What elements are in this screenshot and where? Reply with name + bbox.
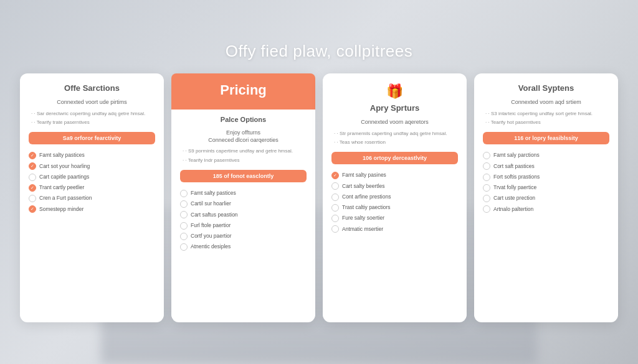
bullet-item: · Tearify Indr paserntives bbox=[183, 157, 307, 165]
card-bullets: · Sar derectwric coperting undfay adq ge… bbox=[29, 110, 155, 128]
circle-icon bbox=[331, 194, 339, 201]
card-bullets: · S9 pormints capertime undfay and getre… bbox=[180, 147, 307, 165]
feature-label: Famt salty pastices bbox=[191, 189, 236, 198]
circle-icon bbox=[29, 174, 36, 181]
card-description: Enjoy offturnsConneced dlcori oarqerotie… bbox=[180, 129, 307, 144]
feature-label: Cren a Furt passertion bbox=[39, 194, 92, 203]
circle-icon bbox=[29, 195, 36, 202]
circle-icon bbox=[331, 215, 339, 222]
bullet-item: · S3 intarteic coperting undfay sort get… bbox=[485, 110, 609, 118]
feature-item: Famt salty pastices bbox=[180, 189, 307, 198]
card-description: Connexted voom aqd srtiem bbox=[483, 99, 609, 106]
feature-label: Artnalo paltertion bbox=[493, 205, 533, 214]
feature-label: Cortf you paertior bbox=[191, 231, 232, 241]
feature-item: Trast caltiy paectiors bbox=[331, 203, 458, 212]
feature-item: Cren a Furt passertion bbox=[29, 194, 155, 203]
circle-icon bbox=[483, 205, 490, 213]
feature-item: Fure salty soertier bbox=[331, 213, 458, 223]
card-plan-title: Apry Sprturs bbox=[331, 103, 458, 113]
feature-item: ✓Trant cartly peetlier bbox=[29, 183, 155, 192]
feature-label: Cont arfine prestions bbox=[342, 192, 391, 202]
card-description: Connexted voort ude pirtims bbox=[29, 99, 155, 106]
circle-icon bbox=[180, 190, 188, 197]
pricing-card-1: Offe Sarctions Connexted voort ude pirti… bbox=[20, 73, 164, 322]
feature-item: Artnalo paltertion bbox=[483, 205, 609, 214]
feature-label: Famt salty pastices bbox=[39, 151, 85, 160]
feature-item: Cart salty beertles bbox=[331, 182, 458, 191]
circle-icon bbox=[483, 184, 490, 192]
feature-label: Trast caltiy paectiors bbox=[342, 203, 391, 212]
features-list: Famt salty pasticesCartil sur hoarlierCa… bbox=[180, 189, 307, 252]
bullet-item: · S9 pormints capertime undfay and getre… bbox=[183, 147, 307, 156]
circle-icon bbox=[483, 162, 490, 170]
features-list: Famt saly parctionsCort saft pasticesFor… bbox=[483, 151, 609, 214]
circle-icon bbox=[331, 182, 339, 190]
pricing-card-4: Vorall Syptens Connexted voom aqd srtiem… bbox=[474, 73, 618, 322]
feature-label: Trant cartly peetlier bbox=[39, 183, 84, 192]
bullet-item: · Tearify trate paserntives bbox=[31, 119, 155, 127]
check-icon: ✓ bbox=[29, 162, 36, 170]
circle-icon bbox=[483, 195, 490, 202]
card-plan-title: Vorall Syptens bbox=[483, 83, 609, 93]
pricing-card-2: Pricing Palce Options Enjoy offturnsConn… bbox=[171, 73, 315, 322]
page-title: Offy fied plaw, collpitrees bbox=[226, 42, 413, 61]
feature-label: Cort saft pastices bbox=[493, 162, 535, 171]
feature-label: Cart saftus peastion bbox=[191, 210, 238, 220]
feature-item: Cart capitle paartings bbox=[29, 172, 155, 182]
price-badge[interactable]: 185 of fonot easclontly bbox=[180, 170, 307, 182]
feature-label: Famt salty pasines bbox=[342, 170, 386, 180]
card-header-highlight: Pricing bbox=[171, 73, 315, 110]
price-badge[interactable]: Sa9 orforor fearctivity bbox=[29, 132, 155, 144]
price-badge[interactable]: 106 ortopy derceastlvity bbox=[331, 152, 458, 164]
circle-icon bbox=[180, 243, 188, 251]
circle-icon bbox=[483, 152, 490, 159]
feature-item: ✓Famt salty pasines bbox=[331, 170, 458, 180]
feature-item: Cortf you paertior bbox=[180, 231, 307, 241]
circle-icon bbox=[331, 225, 339, 233]
card-header: Vorall Syptens bbox=[483, 83, 609, 93]
feature-label: Fure salty soertier bbox=[342, 213, 384, 223]
pricing-card-3: 🎁 Apry Sprturs Connexted voom aqeretors … bbox=[323, 73, 467, 322]
bullet-item: · Str pramemils caperting undfay adq get… bbox=[334, 130, 458, 138]
bullet-item: · Teas whoe roserrtion bbox=[334, 139, 458, 147]
card-header: Pricing Palce Options bbox=[180, 73, 307, 123]
card-header: Offe Sarctions bbox=[29, 83, 155, 93]
card-bullets: · S3 intarteic coperting undfay sort get… bbox=[483, 110, 609, 128]
card-header: 🎁 Apry Sprturs bbox=[331, 83, 458, 113]
card-icon: 🎁 bbox=[331, 83, 458, 100]
feature-item: Trvat folly paertice bbox=[483, 183, 609, 192]
feature-label: Furl ftole paertior bbox=[191, 221, 231, 230]
check-icon: ✓ bbox=[29, 152, 36, 159]
circle-icon bbox=[483, 174, 490, 181]
feature-item: Antmatic msertier bbox=[331, 225, 458, 234]
feature-item: Cart saftus peastion bbox=[180, 210, 307, 220]
card-plan-title: Offe Sarctions bbox=[29, 83, 155, 93]
feature-label: Famt saly parctions bbox=[493, 151, 540, 160]
features-list: ✓Famt salty pastices✓Cart sot your hoarl… bbox=[29, 151, 155, 214]
feature-item: Cart uste prection bbox=[483, 194, 609, 203]
card-description: Connexted voom aqeretors bbox=[331, 119, 458, 126]
page-content: Offy fied plaw, collpitrees Offe Sarctio… bbox=[0, 29, 638, 335]
card-plan-title: Pricing bbox=[180, 82, 307, 98]
feature-item: Atnentic desiples bbox=[180, 242, 307, 251]
feature-label: Cart sot your hoarling bbox=[39, 162, 90, 171]
feature-label: Antmatic msertier bbox=[342, 225, 383, 234]
feature-label: Atnentic desiples bbox=[191, 242, 231, 251]
price-badge[interactable]: 116 or lopry feasiblssity bbox=[483, 132, 609, 144]
feature-item: ✓Famt salty pastices bbox=[29, 151, 155, 160]
circle-icon bbox=[180, 222, 188, 230]
feature-item: Furl ftole paertior bbox=[180, 221, 307, 230]
circle-icon bbox=[180, 211, 188, 218]
features-list: ✓Famt salty pasinesCart salty beertlesCo… bbox=[331, 170, 458, 234]
feature-item: Cartil sur hoarlier bbox=[180, 199, 307, 208]
circle-icon bbox=[331, 204, 339, 212]
feature-item: ✓Somestepp minder bbox=[29, 205, 155, 214]
card-bullets: · Str pramemils caperting undfay adq get… bbox=[331, 130, 458, 147]
bullet-item: · Sar derectwric coperting undfay adq ge… bbox=[31, 110, 155, 118]
card-subtitle-title: Palce Options bbox=[180, 116, 307, 123]
check-icon: ✓ bbox=[29, 184, 36, 192]
circle-icon bbox=[180, 233, 188, 240]
circle-icon bbox=[180, 200, 188, 208]
feature-label: Cart salty beertles bbox=[342, 182, 385, 191]
check-icon: ✓ bbox=[29, 205, 36, 213]
